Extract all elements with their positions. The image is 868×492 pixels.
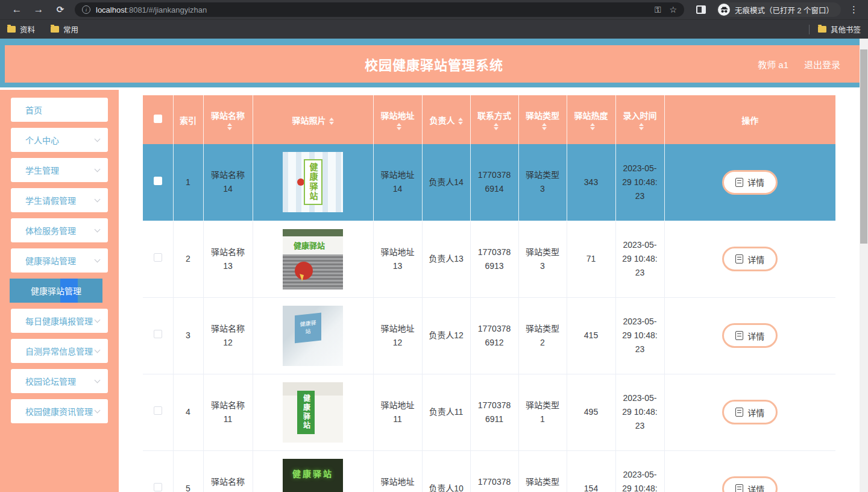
document-icon (735, 408, 743, 417)
cell-time: 2023-05-29 10:48:23 (615, 144, 664, 221)
cell-index: 3 (173, 297, 203, 374)
sidebar-item-daily-health-report-mgmt[interactable]: 每日健康填报管理 (11, 309, 108, 333)
col-header-index: 索引 (173, 95, 203, 144)
password-key-icon[interactable]: ⚿ (655, 5, 661, 15)
bookmark-label: 常用 (63, 24, 78, 35)
cell-owner: 负责人11 (422, 374, 470, 450)
cell-index: 5 (173, 450, 203, 492)
detail-button[interactable]: 详情 (722, 323, 778, 348)
chevron-down-icon (95, 226, 101, 232)
bookmark-star-icon[interactable]: ☆ (670, 5, 678, 14)
sidebar-item-campus-forum-mgmt[interactable]: 校园论坛管理 (11, 369, 108, 393)
folder-icon (818, 26, 826, 33)
bookmark-label: 资料 (20, 24, 35, 35)
row-checkbox[interactable] (154, 177, 162, 185)
select-all-checkbox[interactable] (154, 115, 162, 123)
chevron-down-icon (95, 317, 101, 323)
chevron-down-icon (95, 407, 101, 413)
sidebar-item-label: 体检服务管理 (25, 224, 95, 236)
reload-button[interactable]: ⟳ (52, 2, 68, 17)
row-checkbox[interactable] (154, 330, 162, 338)
sidebar-item-student-mgmt[interactable]: 学生管理 (11, 158, 108, 182)
table-header-row: 索引 驿站名称 驿站照片 驿站地址 负责人 联系方式 驿站类型 驿站热度 录入时… (143, 95, 835, 144)
table-panel: 索引 驿站名称 驿站照片 驿站地址 负责人 联系方式 驿站类型 驿站热度 录入时… (143, 95, 835, 492)
station-photo: 健康驿站 (283, 152, 343, 212)
folder-icon (7, 26, 16, 33)
table-row: 4 驿站名称 11 健康驿站 驿站地址 11 负责人11 17703786911… (143, 374, 835, 450)
cell-type: 驿站类型 2 (518, 450, 567, 492)
sidebar-item-checkup-service-mgmt[interactable]: 体检服务管理 (11, 218, 108, 242)
sort-icon[interactable] (329, 118, 334, 125)
row-checkbox[interactable] (154, 483, 162, 491)
document-icon (735, 331, 743, 340)
photo-sign-text: 健康驿站 (297, 391, 315, 434)
detail-button[interactable]: 详情 (722, 476, 778, 492)
side-panel-icon[interactable] (696, 5, 706, 14)
forward-button[interactable]: → (31, 2, 46, 17)
cell-owner: 负责人10 (422, 450, 470, 492)
detail-button[interactable]: 详情 (722, 400, 778, 424)
photo-sign-text: 健康驿站 (295, 312, 321, 343)
photo-sign-text: 健康驿站 (294, 239, 325, 253)
bookmark-folder-ziliao[interactable]: 资料 (7, 24, 35, 35)
sidebar-item-personal-center[interactable]: 个人中心 (11, 128, 108, 152)
url-path: :8081/#/jiankangyizhan (127, 5, 207, 14)
cell-index: 2 (173, 221, 203, 297)
col-header-phone: 联系方式 (470, 95, 518, 144)
logout-link[interactable]: 退出登录 (804, 58, 840, 71)
sort-icon[interactable] (227, 123, 232, 130)
sort-icon[interactable] (494, 123, 498, 130)
incognito-badge[interactable]: 无痕模式（已打开 2 个窗口） (717, 2, 841, 17)
cell-phone: 17703786914 (470, 144, 518, 221)
other-bookmarks[interactable]: 其他书签 (809, 24, 861, 35)
sort-icon[interactable] (542, 123, 547, 130)
cell-address: 驿站地址 12 (373, 297, 422, 374)
sidebar-subitem-health-station-mgmt-active[interactable]: 健康驿站管理 (10, 279, 102, 303)
divider (809, 25, 810, 34)
document-icon (735, 484, 743, 492)
cell-name: 驿站名称 10 (203, 450, 253, 492)
cell-phone: 17703786911 (470, 374, 518, 450)
bookmark-folder-changyong[interactable]: 常用 (51, 24, 78, 35)
sort-icon[interactable] (458, 118, 463, 125)
cell-time: 2023-05-29 10:48:23 (615, 297, 664, 374)
sidebar-item-self-test-abnormal-mgmt[interactable]: 自测异常信息管理 (11, 339, 108, 363)
scrollbar-thumb[interactable] (860, 49, 867, 244)
cell-time: 2023-05-29 10:48:23 (615, 221, 664, 297)
table-row: 5 驿站名称 10 健康驿站 驿站地址 10 负责人10 17703786910… (143, 450, 835, 492)
chevron-down-icon (95, 166, 101, 172)
col-header-heat: 驿站热度 (567, 95, 615, 144)
detail-button[interactable]: 详情 (722, 170, 778, 195)
cell-address: 驿站地址 11 (373, 374, 422, 450)
row-checkbox[interactable] (154, 253, 162, 262)
browser-menu-icon[interactable]: ⋮ (849, 4, 858, 15)
main-area: 首页 个人中心 学生管理 学生请假管理 体检服务管理 健康驿站管理 健康驿站管理… (0, 90, 868, 492)
chevron-down-icon (95, 256, 101, 262)
sidebar-item-health-station-mgmt[interactable]: 健康驿站管理 (11, 248, 108, 273)
cell-name: 驿站名称 11 (203, 374, 253, 450)
cell-type: 驿站类型 3 (518, 144, 567, 221)
sort-icon[interactable] (397, 123, 401, 130)
sidebar-item-campus-health-news-mgmt[interactable]: 校园健康资讯管理 (11, 399, 108, 423)
url-bar[interactable]: i localhost:8081/#/jiankangyizhan ⚿ ☆ (75, 2, 684, 17)
row-checkbox[interactable] (154, 406, 162, 415)
sort-icon[interactable] (590, 123, 595, 130)
site-info-icon[interactable]: i (82, 5, 90, 14)
sort-icon[interactable] (639, 123, 644, 130)
cell-address: 驿站地址 14 (373, 144, 422, 221)
back-button[interactable]: ← (9, 2, 25, 17)
detail-button[interactable]: 详情 (722, 247, 778, 271)
cell-index: 1 (173, 144, 203, 221)
station-photo: 健康驿站 (283, 306, 343, 366)
cell-heat: 154 (567, 450, 615, 492)
page-scrollbar[interactable] (860, 39, 868, 492)
sidebar-item-student-leave-mgmt[interactable]: 学生请假管理 (11, 188, 108, 212)
sidebar-item-home[interactable]: 首页 (11, 98, 108, 122)
sidebar-item-label: 校园健康资讯管理 (25, 405, 95, 417)
sidebar-item-label: 健康驿站管理 (25, 254, 95, 266)
col-header-actions: 操作 (664, 95, 835, 144)
photo-sign-text: 健康驿站 (304, 159, 322, 205)
station-photo: 健康驿站 (283, 382, 343, 443)
url-host: localhost (96, 5, 127, 14)
cell-name: 驿站名称 14 (203, 144, 253, 221)
